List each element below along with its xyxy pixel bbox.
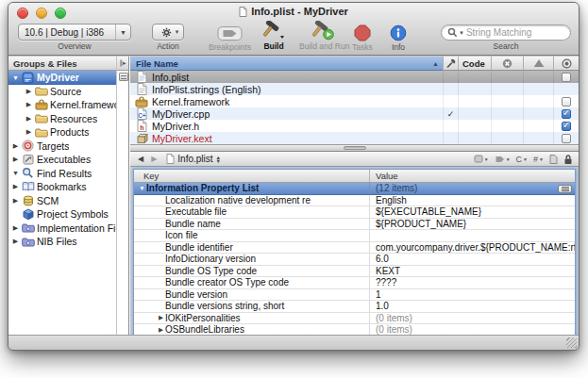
- target-membership-checkbox[interactable]: [562, 109, 571, 119]
- sidebar-item-resources[interactable]: ▶Resources: [8, 112, 116, 126]
- back-button[interactable]: ◀: [134, 155, 147, 163]
- column-header-warnings[interactable]: [523, 57, 553, 71]
- search-field[interactable]: ▼: [441, 25, 571, 41]
- bookmarks-popup[interactable]: ▼: [472, 155, 491, 163]
- disclosure-collapsed-icon[interactable]: ▶: [24, 101, 34, 108]
- overview-popup[interactable]: 10.6 | Debug | i386▼: [18, 24, 131, 41]
- plist-value[interactable]: 1.0: [370, 301, 575, 312]
- sidebar-item-bookmarks[interactable]: ▶Bookmarks: [8, 180, 116, 194]
- sidebar-item-scm[interactable]: ▶SCM: [8, 194, 116, 208]
- plist-value[interactable]: ${PRODUCT_NAME}: [370, 219, 575, 230]
- file-popup[interactable]: Info.plist ▲▼: [166, 154, 221, 164]
- disclosure-collapsed-icon[interactable]: ▶: [24, 88, 34, 95]
- target-membership-checkbox[interactable]: [562, 97, 571, 107]
- file-row-mydriver-kext[interactable]: MyDriver.kext: [130, 132, 579, 144]
- disclosure-collapsed-icon[interactable]: ▶: [10, 197, 21, 205]
- sidebar-item-source[interactable]: ▶Source: [8, 85, 116, 99]
- class-popup[interactable]: C▼: [514, 155, 529, 164]
- sidebar-item-targets[interactable]: ▶Targets: [8, 140, 116, 154]
- file-row-mydriver-cpp[interactable]: C+MyDriver.cpp✓: [130, 107, 579, 120]
- plist-value[interactable]: (12 items): [370, 183, 575, 194]
- plist-value[interactable]: ${EXECUTABLE_NAME}: [370, 206, 575, 218]
- build-button[interactable]: [261, 22, 286, 41]
- file-row-mydriver-h[interactable]: hMyDriver.h: [130, 120, 579, 132]
- disclosure-expanded-icon[interactable]: ▼: [138, 185, 146, 191]
- sidebar-item-project-symbols[interactable]: Project Symbols: [8, 207, 116, 222]
- plist-row-bundle-os-type-code[interactable]: Bundle OS Type codeKEXT: [134, 266, 575, 278]
- sidebar-item-executables[interactable]: ▶Executables: [8, 153, 116, 167]
- plist-row-bundle-creator-os-type-code[interactable]: Bundle creator OS Type code????: [134, 277, 575, 289]
- plist-row-iokitpersonalities[interactable]: ▶IOKitPersonalities(0 items): [134, 313, 575, 325]
- plist-value[interactable]: 6.0: [370, 254, 575, 265]
- column-header-file-name[interactable]: File Name▲: [130, 57, 443, 71]
- bookmark-icon: [474, 155, 483, 163]
- sidebar-item-implementation-files[interactable]: ▶Implementation Files: [8, 222, 116, 236]
- sidebar-item-nib-files[interactable]: ▶NIB Files: [8, 235, 116, 249]
- plist-value[interactable]: (0 items): [370, 313, 575, 324]
- plist-row-information-property-list[interactable]: ▼Information Property List(12 items): [134, 183, 575, 195]
- plist-value[interactable]: com.yourcompany.driver.${PRODUCT_NAME:rf…: [370, 242, 575, 254]
- plist-value[interactable]: English: [370, 195, 575, 206]
- sidebar-item-kernel-framework[interactable]: ▶Kernel.framework: [8, 98, 116, 112]
- file-row-info-plist[interactable]: Info.plist: [130, 71, 579, 83]
- disclosure-collapsed-icon[interactable]: ▶: [10, 142, 21, 150]
- plist-row-bundle-version[interactable]: Bundle version1: [134, 289, 575, 302]
- row-action-menu-button[interactable]: [558, 185, 572, 194]
- horizontal-splitter[interactable]: [130, 144, 579, 152]
- disclosure-expanded-icon[interactable]: ▼: [10, 74, 21, 81]
- action-button[interactable]: ▼: [152, 24, 184, 41]
- sidebar-item-products[interactable]: ▶Products: [8, 125, 116, 140]
- plist-value[interactable]: (0 items): [370, 324, 575, 336]
- disclosure-collapsed-icon[interactable]: ▶: [10, 224, 21, 232]
- build-and-run-button[interactable]: [311, 22, 339, 41]
- plist-row-executable-file[interactable]: Executable file${EXECUTABLE_NAME}: [134, 206, 575, 219]
- plist-row-bundle-versions-string-short[interactable]: Bundle versions string, short1.0: [134, 301, 575, 313]
- file-row-infoplist-strings-english-[interactable]: InfoPlist.strings (English): [130, 83, 579, 95]
- plist-row-infodictionary-version[interactable]: InfoDictionary version6.0: [134, 254, 575, 266]
- breakpoints-button[interactable]: [217, 23, 243, 41]
- search-input[interactable]: [464, 26, 580, 39]
- plist-row-icon-file[interactable]: Icon file: [134, 230, 575, 242]
- search-item: ▼ Search: [441, 25, 571, 51]
- plist-value[interactable]: 1: [370, 289, 575, 301]
- line-number-popup[interactable]: #▼: [531, 155, 546, 164]
- plist-value[interactable]: ????: [370, 277, 575, 288]
- file-row-kernel-framework[interactable]: Kernel.framework: [130, 95, 579, 107]
- column-header-code[interactable]: Code: [458, 57, 491, 71]
- disclosure-expanded-icon[interactable]: ▼: [10, 170, 21, 176]
- plist-value[interactable]: KEXT: [370, 266, 575, 277]
- column-header-build-status[interactable]: [443, 57, 458, 71]
- resize-grip[interactable]: [566, 337, 577, 348]
- info-button[interactable]: [390, 23, 407, 41]
- tasks-button[interactable]: [354, 23, 371, 41]
- disclosure-collapsed-icon[interactable]: ▶: [10, 238, 21, 245]
- column-header-key[interactable]: Key: [134, 170, 370, 182]
- plist-row-bundle-name[interactable]: Bundle name${PRODUCT_NAME}: [134, 219, 575, 231]
- disclosure-collapsed-icon[interactable]: ▶: [157, 326, 165, 334]
- sidebar-item-label: MyDriver: [37, 72, 79, 83]
- plist-row-localization-native-development-re[interactable]: Localization native development reEnglis…: [134, 195, 575, 207]
- disclosure-collapsed-icon[interactable]: ▶: [10, 156, 21, 163]
- target-membership-checkbox[interactable]: [562, 134, 571, 143]
- disclosure-collapsed-icon[interactable]: ▶: [24, 128, 34, 136]
- plist-row-bundle-identifier[interactable]: Bundle identifiercom.yourcompany.driver.…: [134, 242, 575, 255]
- column-header-errors[interactable]: [491, 57, 523, 71]
- sidebar-item-label: Executables: [37, 154, 91, 165]
- counterpart-button[interactable]: [547, 155, 560, 164]
- lock-button[interactable]: [562, 154, 575, 165]
- forward-button[interactable]: ▶: [147, 155, 160, 163]
- plist-key-label: InfoDictionary version: [165, 254, 256, 264]
- sidebar-item-mydriver[interactable]: ▼MyDriver: [8, 71, 116, 85]
- disclosure-collapsed-icon[interactable]: ▶: [10, 183, 21, 190]
- disclosure-collapsed-icon[interactable]: ▶: [24, 115, 34, 123]
- plist-value[interactable]: [370, 230, 575, 241]
- target-membership-checkbox[interactable]: [562, 122, 571, 131]
- disclosure-collapsed-icon[interactable]: ▶: [157, 314, 165, 321]
- column-header-value[interactable]: Value: [370, 170, 575, 182]
- sidebar-scroll-strip[interactable]: ∥▸: [116, 57, 128, 335]
- detail-view-icon[interactable]: [119, 73, 128, 81]
- breakpoints-popup[interactable]: ▼: [493, 156, 512, 163]
- column-header-target[interactable]: [553, 57, 579, 71]
- sidebar-item-find-results[interactable]: ▼Find Results: [8, 167, 116, 181]
- target-membership-checkbox[interactable]: [562, 73, 571, 82]
